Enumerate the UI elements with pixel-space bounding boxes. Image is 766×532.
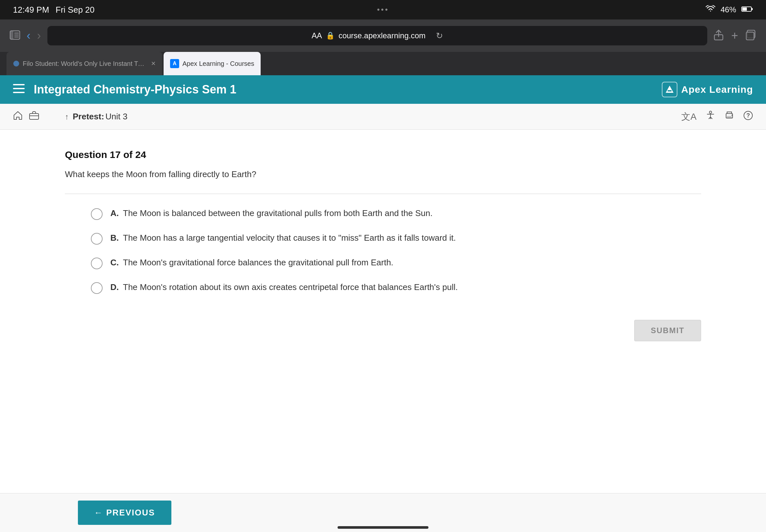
question-text: What keeps the Moon from falling directl… <box>65 168 701 181</box>
svg-point-18 <box>710 111 712 114</box>
answer-text-a: A. The Moon is balanced between the grav… <box>110 207 433 220</box>
svg-point-11 <box>13 61 19 67</box>
svg-rect-13 <box>13 88 25 89</box>
main-content: Question 17 of 24 What keeps the Moon fr… <box>0 130 766 307</box>
browser-bar: ‹ › AA 🔒 course.apexlearning.com ↻ + <box>0 19 766 52</box>
browser-nav-icons[interactable]: ‹ › <box>10 29 41 42</box>
pretest-label: Pretest: <box>73 112 104 122</box>
back-icon[interactable]: ‹ <box>27 29 30 42</box>
svg-rect-10 <box>746 32 754 40</box>
battery-display: 46% <box>721 5 736 14</box>
browser-right-icons[interactable]: + <box>714 29 756 42</box>
sub-header-nav-icons[interactable] <box>13 111 39 123</box>
svg-rect-1 <box>742 7 747 11</box>
question-number: Question 17 of 24 <box>65 149 701 160</box>
url-display: course.apexlearning.com <box>338 31 426 40</box>
app-header-left: Integrated Chemistry-Physics Sem 1 <box>13 83 236 96</box>
tab-apex-label: Apex Learning - Courses <box>182 60 254 67</box>
status-right: 46% <box>706 5 753 14</box>
aa-label[interactable]: AA <box>311 31 322 40</box>
answer-options: A. The Moon is balanced between the grav… <box>65 207 701 294</box>
apex-logo-icon <box>662 82 677 97</box>
time-display: 12:49 PM <box>13 5 49 15</box>
briefcase-icon[interactable] <box>29 111 39 122</box>
answer-text-b: B. The Moon has a large tangential veloc… <box>110 232 456 244</box>
tab-filo[interactable]: Filo Student: World's Only Live Instant … <box>6 52 162 75</box>
home-indicator <box>337 526 429 529</box>
answer-option-c[interactable]: C. The Moon's gravitational force balanc… <box>91 256 701 269</box>
address-bar[interactable]: AA 🔒 course.apexlearning.com ↻ <box>47 26 707 45</box>
three-dots: ••• <box>377 5 389 14</box>
submit-button[interactable]: SUBMIT <box>634 320 701 341</box>
answer-letter-b: B. <box>110 233 119 243</box>
status-left: 12:49 PM Fri Sep 20 <box>13 5 94 15</box>
svg-rect-2 <box>751 8 753 10</box>
answer-option-a[interactable]: A. The Moon is balanced between the grav… <box>91 207 701 220</box>
translate-icon[interactable]: 文A <box>681 111 697 123</box>
apex-logo: Apex Learning <box>662 82 753 97</box>
answer-option-d[interactable]: D. The Moon's rotation about its own axi… <box>91 281 701 294</box>
unit-label: Unit 3 <box>105 112 128 122</box>
tab-filo-label: Filo Student: World's Only Live Instant … <box>23 60 145 67</box>
wifi-icon <box>706 5 715 14</box>
sub-header-right-icons[interactable]: 文A ? <box>681 111 753 123</box>
svg-rect-4 <box>10 31 13 39</box>
divider <box>65 194 701 194</box>
tab-filo-close[interactable]: ✕ <box>151 60 156 67</box>
sub-header: ↑ Pretest: Unit 3 文A ? <box>0 104 766 130</box>
share-icon[interactable] <box>714 30 723 42</box>
apex-logo-text: Apex Learning <box>681 84 753 95</box>
svg-rect-15 <box>668 90 672 91</box>
svg-rect-20 <box>727 116 732 118</box>
svg-rect-16 <box>30 114 39 119</box>
status-bar: 12:49 PM Fri Sep 20 ••• 46% <box>0 0 766 19</box>
battery-icon <box>741 5 753 14</box>
add-tab-icon[interactable]: + <box>731 29 738 42</box>
lock-icon: 🔒 <box>326 31 334 40</box>
radio-a[interactable] <box>91 208 103 220</box>
tab-apex[interactable]: A Apex Learning - Courses <box>164 52 261 75</box>
radio-d[interactable] <box>91 282 103 294</box>
accessibility-icon[interactable] <box>706 111 715 123</box>
svg-rect-14 <box>13 92 25 93</box>
answer-text-c: C. The Moon's gravitational force balanc… <box>110 256 394 269</box>
help-icon[interactable]: ? <box>743 111 753 123</box>
tabs-icon[interactable] <box>746 30 756 42</box>
answer-letter-c: C. <box>110 258 119 267</box>
svg-rect-12 <box>13 84 25 85</box>
answer-text-d: D. The Moon's rotation about its own axi… <box>110 281 458 294</box>
app-title: Integrated Chemistry-Physics Sem 1 <box>34 83 236 96</box>
submit-section: SUBMIT <box>0 307 766 351</box>
radio-c[interactable] <box>91 258 103 269</box>
forward-icon[interactable]: › <box>37 29 41 42</box>
sub-header-left: ↑ Pretest: Unit 3 <box>13 111 128 123</box>
app-header: Integrated Chemistry-Physics Sem 1 Apex … <box>0 75 766 104</box>
sidebar-toggle-icon[interactable] <box>10 30 20 42</box>
previous-button[interactable]: ← PREVIOUS <box>78 501 171 525</box>
tab-bar: Filo Student: World's Only Live Instant … <box>0 52 766 75</box>
reload-icon[interactable]: ↻ <box>436 31 443 41</box>
apex-tab-icon: A <box>170 59 179 68</box>
answer-letter-d: D. <box>110 282 119 292</box>
svg-point-21 <box>732 115 733 116</box>
print-icon[interactable] <box>724 111 734 122</box>
pretest-section: ↑ Pretest: Unit 3 <box>65 112 128 122</box>
answer-letter-a: A. <box>110 208 119 218</box>
radio-b[interactable] <box>91 233 103 245</box>
home-icon[interactable] <box>13 111 23 123</box>
answer-option-b[interactable]: B. The Moon has a large tangential veloc… <box>91 232 701 245</box>
svg-text:?: ? <box>747 112 750 119</box>
hamburger-icon[interactable] <box>13 84 25 96</box>
up-arrow-icon: ↑ <box>65 112 69 121</box>
date-display: Fri Sep 20 <box>55 5 94 15</box>
